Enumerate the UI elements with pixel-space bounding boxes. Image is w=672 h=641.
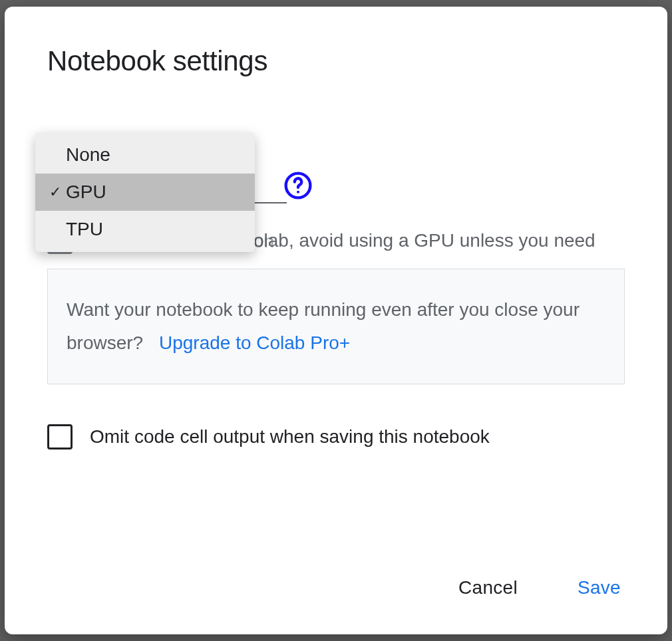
accelerator-option-gpu[interactable]: ✓ GPU xyxy=(35,174,255,211)
dropdown-option-label: None xyxy=(66,144,110,166)
dialog-content: r ✓ None ✓ GPU ✓ TPU olab, xyxy=(47,157,625,449)
upgrade-colab-pro-plus-link[interactable]: Upgrade to Colab Pro+ xyxy=(159,332,350,353)
accelerator-option-tpu[interactable]: ✓ TPU xyxy=(35,211,255,248)
omit-output-label: Omit code cell output when saving this n… xyxy=(90,426,490,448)
check-icon: ✓ xyxy=(47,184,63,201)
dropdown-option-label: TPU xyxy=(66,219,103,240)
accelerator-dropdown[interactable]: ✓ None ✓ GPU ✓ TPU xyxy=(35,132,255,252)
accelerator-option-none[interactable]: ✓ None xyxy=(35,136,255,174)
notebook-settings-dialog: Notebook settings r ✓ None ✓ GPU ✓ xyxy=(5,7,667,634)
svg-point-1 xyxy=(297,191,299,193)
omit-output-checkbox[interactable] xyxy=(47,424,73,449)
background-execution-promo: Want your notebook to keep running even … xyxy=(47,269,625,385)
accelerator-hint-fragment: olab, avoid using a GPU unless you need xyxy=(253,230,595,251)
dialog-title: Notebook settings xyxy=(47,45,625,77)
dialog-footer: Cancel Save xyxy=(452,568,627,608)
omit-output-row: Omit code cell output when saving this n… xyxy=(47,424,625,449)
save-button[interactable]: Save xyxy=(571,568,627,608)
dropdown-option-label: GPU xyxy=(66,182,106,203)
cancel-button[interactable]: Cancel xyxy=(452,568,524,608)
help-icon[interactable] xyxy=(281,169,315,202)
